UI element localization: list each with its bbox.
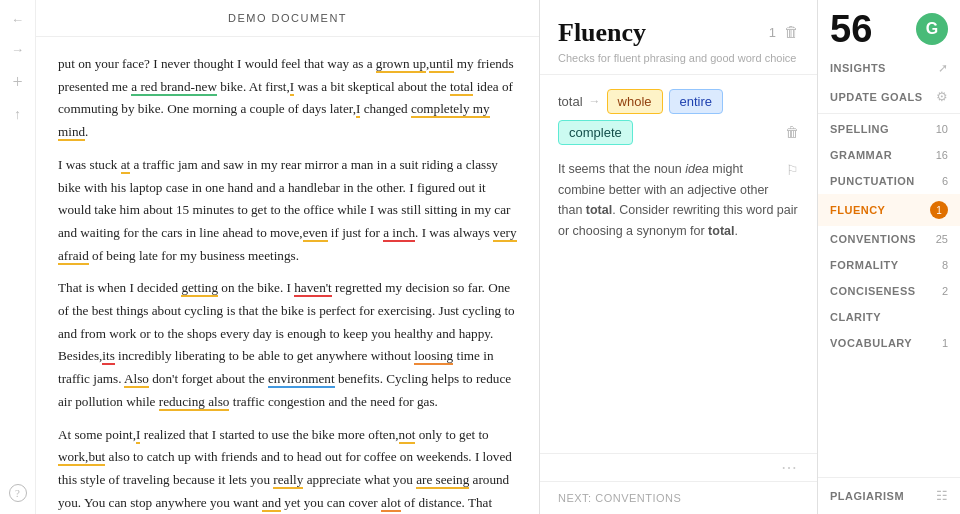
sidebar-item-formality[interactable]: FORMALITY 8: [818, 252, 960, 278]
score-avatar[interactable]: G: [916, 13, 948, 45]
back-icon[interactable]: ←: [11, 12, 24, 28]
highlight-loosing: loosing: [414, 348, 453, 365]
conciseness-count: 2: [942, 285, 948, 297]
sidebar-item-grammar[interactable]: GRAMMAR 16: [818, 142, 960, 168]
document-title: DEMO DOCUMENT: [228, 12, 347, 24]
vocabulary-label: VOCABULARY: [830, 337, 912, 349]
highlight-even: even: [303, 225, 328, 242]
suggestion-complete[interactable]: complete: [558, 120, 633, 145]
spelling-label: SPELLING: [830, 123, 889, 135]
highlight-i: I: [290, 79, 294, 96]
sidebar-item-punctuation[interactable]: PUNCTUATION 6: [818, 168, 960, 194]
arrow-icon: →: [589, 94, 601, 109]
word-suggestion-row: total → whole entire complete 🗑: [558, 89, 799, 145]
conventions-label: CONVENTIONS: [830, 233, 916, 245]
next-label[interactable]: NEXT: CONVENTIONS: [558, 492, 681, 504]
fluency-trash-icon[interactable]: 🗑: [784, 24, 799, 41]
fluency-badge: 1: [930, 201, 948, 219]
sidebar-item-insights[interactable]: INSIGHTS ➚: [818, 54, 960, 82]
highlight-grown-up: grown up: [376, 56, 426, 73]
insights-icon: ➚: [938, 61, 948, 75]
highlight-a-inch: a inch: [383, 225, 415, 242]
fluency-subtitle: Checks for fluent phrasing and good word…: [540, 52, 817, 74]
fluency-header: Fluency 1 🗑: [540, 0, 817, 52]
highlight-reducing-also: reducing also: [159, 394, 230, 411]
suggestion-explanation: ⚐ It seems that the noun idea might comb…: [558, 159, 799, 242]
grammar-label: GRAMMAR: [830, 149, 892, 161]
help-icon[interactable]: ?: [9, 484, 27, 502]
sidebar-item-conventions[interactable]: CONVENTIONS 25: [818, 226, 960, 252]
highlight-completely: completely my mind: [58, 101, 490, 141]
plagiarism-icon: ☷: [936, 488, 948, 504]
update-goals-label: UPDATE GOALS: [830, 91, 923, 103]
highlight-and: and: [262, 495, 281, 512]
forward-icon[interactable]: →: [11, 42, 24, 58]
fluency-nav-label: FLUENCY: [830, 204, 885, 216]
punctuation-label: PUNCTUATION: [830, 175, 915, 187]
highlight-i2: I: [356, 101, 360, 118]
grammar-count: 16: [936, 149, 948, 161]
highlight-total: total: [450, 79, 473, 96]
update-goals-icon: ⚙: [936, 89, 948, 104]
vocabulary-count: 1: [942, 337, 948, 349]
sidebar-item-clarity[interactable]: CLARITY: [818, 304, 960, 330]
left-toolbar: ← → + ↑ ?: [0, 0, 36, 514]
highlight-i3: I: [136, 427, 140, 444]
highlight-very-afraid: very afraid: [58, 225, 517, 265]
highlight-work-but: work,but: [58, 449, 105, 466]
highlight-alot: alot: [381, 495, 401, 512]
suggestion-card: total → whole entire complete 🗑 ⚐ It see…: [540, 75, 817, 453]
document-content[interactable]: put on your face? I never thought I woul…: [36, 37, 539, 514]
more-options-icon[interactable]: ⋯: [781, 458, 799, 477]
sidebar-item-conciseness[interactable]: CONCISENESS 2: [818, 278, 960, 304]
add-icon[interactable]: +: [12, 72, 22, 93]
highlight-really: really: [273, 472, 303, 489]
highlight-also: Also: [124, 371, 149, 388]
flag-icon[interactable]: ⚐: [786, 159, 799, 182]
fluency-title: Fluency: [558, 18, 646, 48]
highlight-getting: getting: [181, 280, 218, 297]
punctuation-count: 6: [942, 175, 948, 187]
middle-bottom: NEXT: CONVENTIONS: [540, 481, 817, 514]
plagiarism-label: PLAGIARISM: [830, 490, 904, 502]
sidebar-item-fluency[interactable]: FLUENCY 1: [818, 194, 960, 226]
score-header: 56 G: [818, 0, 960, 54]
conciseness-label: CONCISENESS: [830, 285, 916, 297]
document-header: DEMO DOCUMENT: [36, 0, 539, 37]
formality-count: 8: [942, 259, 948, 271]
sidebar-item-update-goals[interactable]: UPDATE GOALS ⚙: [818, 82, 960, 111]
middle-dots-row: ⋯: [540, 454, 817, 481]
original-word: total: [558, 94, 583, 109]
highlight-at: at: [121, 157, 131, 174]
fluency-count: 1: [769, 25, 776, 40]
right-panel: 56 G INSIGHTS ➚ UPDATE GOALS ⚙ SPELLING …: [818, 0, 960, 514]
upload-icon[interactable]: ↑: [14, 107, 21, 123]
sidebar-item-vocabulary[interactable]: VOCABULARY 1: [818, 330, 960, 356]
spelling-count: 10: [936, 123, 948, 135]
highlight-havent: haven't: [294, 280, 332, 297]
insights-label: INSIGHTS: [830, 62, 886, 74]
highlight-are-seeing: are seeing: [416, 472, 469, 489]
conventions-count: 25: [936, 233, 948, 245]
formality-label: FORMALITY: [830, 259, 899, 271]
suggestion-entire[interactable]: entire: [669, 89, 724, 114]
highlight-not: not: [399, 427, 416, 444]
plagiarism-row[interactable]: PLAGIARISM ☷: [818, 478, 960, 514]
clarity-label: CLARITY: [830, 311, 881, 323]
middle-panel: Fluency 1 🗑 Checks for fluent phrasing a…: [540, 0, 818, 514]
suggestion-whole[interactable]: whole: [607, 89, 663, 114]
sidebar-item-spelling[interactable]: SPELLING 10: [818, 116, 960, 142]
highlight-until: until: [429, 56, 453, 73]
highlight-environment: environment: [268, 371, 335, 388]
highlight-its: its: [102, 348, 114, 365]
suggestion-trash-icon[interactable]: 🗑: [785, 125, 799, 141]
highlight-red-brand-new: a red brand-new: [131, 79, 217, 96]
score-number: 56: [830, 10, 872, 48]
